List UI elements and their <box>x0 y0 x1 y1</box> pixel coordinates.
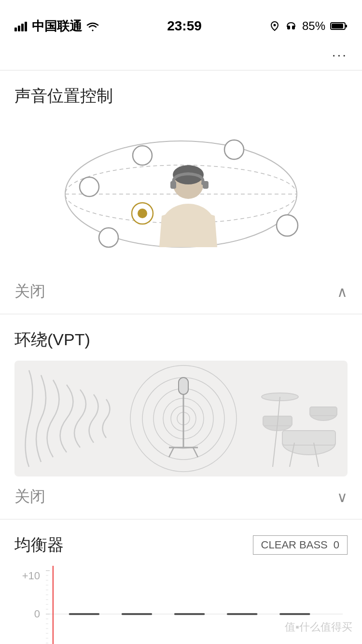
svg-rect-13 <box>170 181 176 189</box>
svg-point-22 <box>277 215 298 236</box>
vpt-title: 环绕(VPT) <box>14 329 348 351</box>
position-svg <box>46 131 316 257</box>
battery-percent: 85% <box>302 19 325 33</box>
menu-dots-area[interactable]: ··· <box>0 42 362 70</box>
svg-point-4 <box>273 24 276 27</box>
ellipse-diagram[interactable] <box>46 131 316 257</box>
concentric-svg <box>111 361 256 476</box>
svg-rect-6 <box>332 24 343 28</box>
sound-position-title: 声音位置控制 <box>14 85 348 107</box>
svg-rect-3 <box>25 22 27 31</box>
carrier-info: 中国联通 <box>14 18 99 35</box>
location-icon <box>269 21 280 31</box>
svg-rect-2 <box>21 24 24 31</box>
clear-bass-label: CLEAR BASS <box>261 539 328 551</box>
drum-svg <box>251 361 348 476</box>
vpt-footer[interactable]: 关闭 ∨ <box>0 476 362 519</box>
status-bar: 中国联通 23:59 85% <box>0 0 362 42</box>
svg-point-21 <box>99 228 118 247</box>
sound-position-section: 声音位置控制 <box>0 70 362 271</box>
svg-point-17 <box>133 146 152 165</box>
svg-rect-1 <box>18 26 20 31</box>
eq-header: 均衡器 CLEAR BASS 0 <box>14 534 348 556</box>
signal-icon <box>14 21 28 31</box>
svg-rect-7 <box>346 25 347 28</box>
carrier-name: 中国联通 <box>32 18 82 35</box>
svg-rect-0 <box>14 28 17 31</box>
vpt-image <box>14 361 348 476</box>
svg-line-31 <box>169 448 174 457</box>
chevron-up-icon[interactable]: ∧ <box>337 283 348 300</box>
watermark: 值▪什么值得买 <box>285 620 352 634</box>
svg-line-32 <box>193 448 198 457</box>
eq-y-mid: 0 <box>14 608 46 620</box>
sound-position-close-label: 关闭 <box>14 281 45 302</box>
svg-point-20 <box>138 209 147 218</box>
vpt-close-label: 关闭 <box>14 486 45 507</box>
svg-rect-39 <box>310 407 337 416</box>
eq-title: 均衡器 <box>14 534 64 556</box>
chevron-down-icon[interactable]: ∨ <box>337 489 348 505</box>
sound-position-diagram[interactable] <box>14 117 348 271</box>
more-options-icon[interactable]: ··· <box>332 47 348 63</box>
clear-bass-value: 0 <box>334 539 339 551</box>
battery-icon <box>330 21 348 31</box>
svg-rect-35 <box>282 431 335 445</box>
headphone-icon <box>285 21 297 31</box>
svg-rect-14 <box>203 181 209 189</box>
clear-bass-badge[interactable]: CLEAR BASS 0 <box>253 535 348 555</box>
vpt-section: 环绕(VPT) <box>0 314 362 476</box>
wifi-icon <box>86 21 99 31</box>
svg-rect-33 <box>179 378 188 394</box>
eq-y-top: +10 <box>14 570 46 582</box>
svg-point-16 <box>80 177 99 196</box>
wave-svg <box>14 361 121 476</box>
svg-point-18 <box>224 140 244 159</box>
time-display: 23:59 <box>167 18 202 34</box>
status-right-icons: 85% <box>269 19 348 33</box>
sound-position-footer[interactable]: 关闭 ∧ <box>0 271 362 314</box>
